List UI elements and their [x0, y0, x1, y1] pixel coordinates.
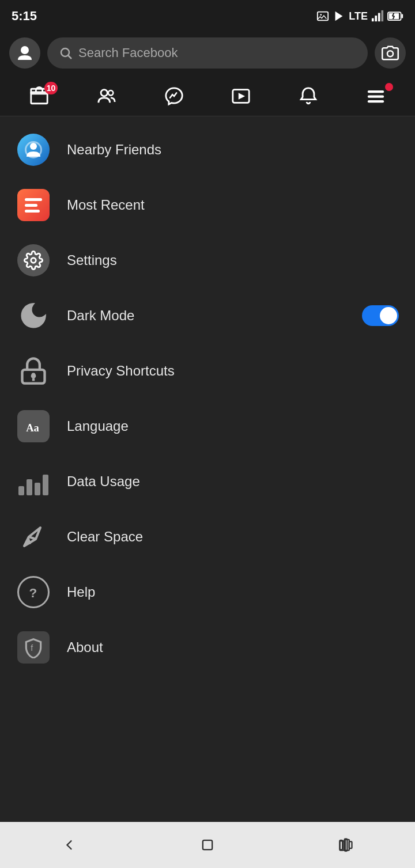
- search-placeholder: Search Facebook: [78, 46, 178, 60]
- home-icon: [199, 837, 216, 853]
- clear-space-icon-container: [16, 520, 51, 554]
- gear-icon: [24, 251, 43, 270]
- friends-icon: [97, 86, 116, 106]
- nearby-friends-icon-container: [16, 132, 51, 167]
- recents-button[interactable]: [317, 828, 375, 862]
- svg-point-16: [387, 51, 393, 56]
- search-icon: [59, 46, 73, 60]
- settings-icon: [17, 244, 50, 276]
- nav-item-watch[interactable]: [218, 81, 264, 112]
- svg-rect-23: [367, 90, 383, 93]
- about-icon: f: [17, 631, 50, 664]
- language-label: Language: [67, 418, 399, 434]
- menu-item-help[interactable]: ? Help: [0, 564, 415, 620]
- svg-point-26: [30, 143, 37, 150]
- nav-item-friends[interactable]: [84, 81, 130, 112]
- photo-status-icon: [316, 10, 329, 22]
- nav-bar: 10: [0, 76, 415, 116]
- nav-item-notifications[interactable]: [285, 81, 331, 112]
- clear-space-label: Clear Space: [67, 529, 399, 545]
- settings-icon-container: [16, 243, 51, 278]
- battery-icon: [387, 10, 403, 22]
- svg-point-13: [21, 46, 29, 54]
- bar1: [18, 486, 24, 495]
- toggle-knob: [380, 307, 397, 324]
- menu-item-nearby-friends[interactable]: Nearby Friends: [0, 122, 415, 177]
- nav-item-marketplace[interactable]: 10: [16, 81, 62, 112]
- language-icon-container: Aa: [16, 409, 51, 444]
- svg-marker-2: [335, 12, 343, 21]
- svg-text:f: f: [31, 643, 33, 653]
- menu-item-data-usage[interactable]: Data Usage: [0, 454, 415, 509]
- lte-icon: LTE: [349, 10, 368, 22]
- back-button[interactable]: [40, 828, 98, 862]
- dark-mode-toggle[interactable]: [362, 305, 399, 326]
- menu-item-settings[interactable]: Settings: [0, 233, 415, 288]
- bar3: [35, 483, 40, 495]
- bar2: [27, 479, 32, 495]
- svg-rect-3: [372, 18, 374, 21]
- menu-list: Nearby Friends Most Recent Settin: [0, 116, 415, 822]
- question-icon: ?: [25, 583, 42, 601]
- menu-item-dark-mode[interactable]: Dark Mode: [0, 288, 415, 343]
- camera-button[interactable]: [375, 37, 406, 69]
- broom-icon: [20, 523, 47, 551]
- clear-space-icon: [17, 521, 50, 553]
- svg-rect-6: [381, 10, 383, 21]
- dark-mode-icon-container: [16, 298, 51, 333]
- nav-item-menu[interactable]: [353, 81, 399, 112]
- svg-rect-24: [367, 95, 383, 97]
- lock-icon: [18, 356, 48, 386]
- svg-point-1: [320, 14, 322, 16]
- menu-icon: [366, 86, 386, 106]
- nearby-friends-icon: [17, 134, 50, 166]
- svg-point-20: [108, 90, 114, 96]
- svg-line-15: [69, 56, 72, 59]
- menu-item-language[interactable]: Aa Language: [0, 399, 415, 454]
- about-label: About: [67, 639, 399, 655]
- svg-rect-5: [378, 13, 380, 22]
- svg-rect-44: [340, 840, 343, 850]
- menu-item-privacy[interactable]: Privacy Shortcuts: [0, 343, 415, 399]
- status-time: 5:15: [12, 9, 37, 24]
- bell-icon: [299, 86, 318, 106]
- line2: [25, 204, 37, 207]
- camera-icon: [382, 44, 399, 62]
- marketplace-badge: 10: [44, 82, 58, 94]
- svg-rect-25: [367, 100, 383, 103]
- header: Search Facebook: [0, 30, 415, 76]
- svg-line-35: [29, 537, 36, 539]
- svg-rect-45: [345, 839, 348, 851]
- menu-item-about[interactable]: f About: [0, 620, 415, 675]
- svg-point-32: [32, 373, 36, 377]
- menu-item-clear-space[interactable]: Clear Space: [0, 509, 415, 564]
- signal-icon: [371, 10, 384, 22]
- most-recent-icon: [17, 189, 50, 221]
- dark-mode-label: Dark Mode: [67, 308, 346, 324]
- bar4: [43, 475, 48, 495]
- data-usage-icon-container: [16, 464, 51, 499]
- watch-icon: [231, 86, 251, 106]
- nearby-friends-label: Nearby Friends: [67, 142, 399, 158]
- avatar-icon: [16, 44, 34, 62]
- profile-avatar[interactable]: [9, 37, 40, 69]
- recents-bars-icon: [338, 837, 354, 853]
- status-icons: LTE: [316, 10, 403, 22]
- help-icon: ?: [17, 576, 50, 608]
- shield-icon: f: [22, 636, 44, 658]
- settings-label: Settings: [67, 252, 399, 268]
- home-button[interactable]: [179, 828, 236, 862]
- most-recent-label: Most Recent: [67, 197, 399, 213]
- svg-point-14: [61, 48, 69, 56]
- nav-item-messenger[interactable]: [151, 81, 197, 112]
- svg-marker-22: [239, 93, 245, 99]
- help-label: Help: [67, 584, 399, 600]
- back-icon: [61, 837, 77, 853]
- privacy-label: Privacy Shortcuts: [67, 363, 399, 379]
- svg-point-19: [101, 89, 107, 96]
- menu-item-most-recent[interactable]: Most Recent: [0, 177, 415, 233]
- search-bar[interactable]: Search Facebook: [47, 37, 368, 69]
- svg-rect-46: [349, 842, 352, 848]
- data-usage-label: Data Usage: [67, 473, 399, 490]
- status-bar: 5:15 LTE: [0, 0, 415, 30]
